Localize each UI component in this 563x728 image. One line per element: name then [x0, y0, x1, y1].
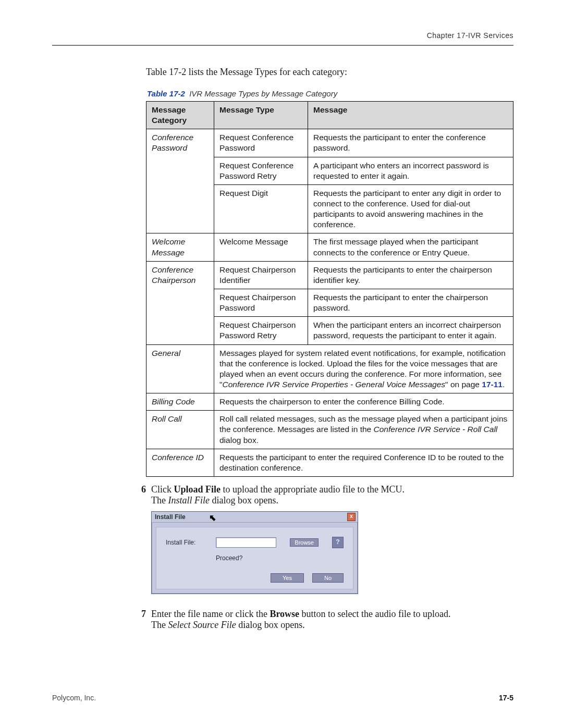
- table-row: Billing Code Requests the chairperson to…: [146, 393, 513, 411]
- step6-text-c: The: [151, 495, 168, 505]
- cell-category-empty: [146, 317, 214, 344]
- header-rule: [52, 45, 513, 46]
- cell-type: Request Conference Password: [214, 129, 308, 157]
- general-text-mid: " on page: [445, 380, 482, 389]
- step7-text-a: Enter the file name or click the: [151, 609, 270, 619]
- content-area: Table 17-2 lists the Message Types for e…: [146, 67, 513, 631]
- dialog-titlebar: Install File ⬉ x: [152, 512, 358, 523]
- table-caption: Table 17-2 IVR Message Types by Message …: [147, 89, 513, 98]
- table-row: Request Chairperson Password Requests th…: [146, 289, 513, 316]
- roll-ref: Conference IVR Service - Roll Call: [374, 425, 498, 434]
- step-7: 7 Enter the file name or click the Brows…: [146, 609, 513, 631]
- cell-message-general: Messages played for system related event…: [214, 344, 513, 393]
- footer-company: Polycom, Inc.: [52, 694, 96, 702]
- cell-category: Welcome Message: [146, 233, 214, 261]
- cell-category: Conference ID: [146, 449, 214, 476]
- no-button[interactable]: No: [312, 573, 344, 583]
- table-row: Request Chairperson Password Retry When …: [146, 317, 513, 344]
- cell-type: Request Conference Password Retry: [214, 157, 308, 184]
- cell-message: A participant who enters an incorrect pa…: [308, 157, 513, 184]
- cell-message: Requests the chairperson to enter the co…: [214, 393, 513, 411]
- cell-message: Requests the participant to enter the ch…: [308, 289, 513, 316]
- page-footer: Polycom, Inc. 17-5: [52, 694, 513, 702]
- table-header-row: Message Category Message Type Message: [146, 102, 513, 129]
- step6-text-a: Click: [151, 484, 174, 495]
- cell-category: Billing Code: [146, 393, 214, 411]
- proceed-label: Proceed?: [216, 554, 344, 562]
- cell-message: When the participant enters an incorrect…: [308, 317, 513, 344]
- col-header-message: Message: [308, 102, 513, 129]
- cursor-icon: ⬉: [209, 513, 216, 523]
- table-row: Welcome Message Welcome Message The firs…: [146, 233, 513, 261]
- intro-paragraph: Table 17-2 lists the Message Types for e…: [146, 67, 513, 78]
- step-body: Enter the file name or click the Browse …: [151, 609, 513, 631]
- yes-button[interactable]: Yes: [271, 573, 304, 583]
- install-file-dialog-screenshot: Install File ⬉ x Install File: Browse ?: [151, 511, 513, 594]
- step6-bold: Upload File: [174, 484, 221, 495]
- step6-text-b: to upload the appropriate audio file to …: [221, 484, 405, 495]
- step7-text-d: dialog box opens.: [236, 620, 305, 630]
- step7-text-c: The: [151, 620, 168, 630]
- step-body: Click Upload File to upload the appropri…: [151, 484, 513, 603]
- cell-type: Request Chairperson Password Retry: [214, 317, 308, 344]
- cell-type: Welcome Message: [214, 233, 308, 261]
- help-icon[interactable]: ?: [332, 537, 344, 548]
- footer-page-number: 17-5: [499, 694, 513, 702]
- dialog-title-text: Install File: [155, 513, 186, 521]
- table-caption-number: Table 17-2: [147, 89, 185, 98]
- step6-ital: Install File: [168, 495, 210, 505]
- table-row: Roll Call Roll call related messages, su…: [146, 411, 513, 449]
- cell-category: Conference Password: [146, 129, 214, 157]
- col-header-category: Message Category: [146, 102, 214, 129]
- col-header-type: Message Type: [214, 102, 308, 129]
- steps-list: 6 Click Upload File to upload the approp…: [146, 484, 513, 631]
- table-row: Conference Password Request Conference P…: [146, 129, 513, 157]
- cell-category-empty: [146, 157, 214, 184]
- cell-message: Requests the participants to enter the c…: [308, 261, 513, 289]
- step-number: 7: [131, 609, 151, 631]
- cell-message: The first message played when the partic…: [308, 233, 513, 261]
- table-row: Request Conference Password Retry A part…: [146, 157, 513, 184]
- step7-ital: Select Source File: [168, 620, 236, 630]
- cell-message: Requests the participant to enter the re…: [214, 449, 513, 476]
- general-ref: Conference IVR Service Properties - Gene…: [223, 380, 446, 389]
- install-file-input[interactable]: [216, 537, 276, 548]
- cell-message-rollcall: Roll call related messages, such as the …: [214, 411, 513, 449]
- install-file-field-row: Install File: Browse ?: [166, 537, 344, 548]
- table-row: Request Digit Requests the participant t…: [146, 184, 513, 233]
- browse-button[interactable]: Browse: [290, 538, 319, 547]
- cell-type: Request Chairperson Identifier: [214, 261, 308, 289]
- step-number: 6: [131, 484, 151, 603]
- install-file-dialog: Install File ⬉ x Install File: Browse ?: [151, 511, 358, 594]
- close-icon[interactable]: x: [347, 513, 356, 521]
- install-file-label: Install File:: [166, 539, 202, 546]
- dialog-body: Install File: Browse ? Proceed? Yes No: [156, 527, 353, 589]
- table-row: General Messages played for system relat…: [146, 344, 513, 393]
- document-page: Chapter 17-IVR Services Table 17-2 lists…: [0, 0, 563, 728]
- cell-category: General: [146, 344, 214, 393]
- table-caption-title: IVR Message Types by Message Category: [189, 89, 337, 98]
- table-row: Conference ID Requests the participant t…: [146, 449, 513, 476]
- step7-bold: Browse: [270, 609, 299, 619]
- table-row: Conference Chairperson Request Chairpers…: [146, 261, 513, 289]
- cell-category: Conference Chairperson: [146, 261, 214, 289]
- cell-category: Roll Call: [146, 411, 214, 449]
- cell-type: Request Digit: [214, 184, 308, 233]
- cell-category-empty: [146, 184, 214, 233]
- chapter-header: Chapter 17-IVR Services: [52, 31, 513, 40]
- step7-text-b: button to select the audio file to uploa…: [299, 609, 450, 619]
- ivr-message-types-table: Message Category Message Type Message Co…: [146, 101, 513, 477]
- cell-category-empty: [146, 289, 214, 316]
- roll-text-post: dialog box.: [219, 436, 259, 445]
- cell-message: Requests the participant to enter any di…: [308, 184, 513, 233]
- step-6: 6 Click Upload File to upload the approp…: [146, 484, 513, 603]
- cell-type: Request Chairperson Password: [214, 289, 308, 316]
- general-text-post: .: [503, 380, 505, 389]
- dialog-button-row: Yes No: [166, 573, 344, 583]
- step6-text-d: dialog box opens.: [210, 495, 278, 505]
- cell-message: Requests the participant to enter the co…: [308, 129, 513, 157]
- general-page-link[interactable]: 17-11: [482, 380, 503, 389]
